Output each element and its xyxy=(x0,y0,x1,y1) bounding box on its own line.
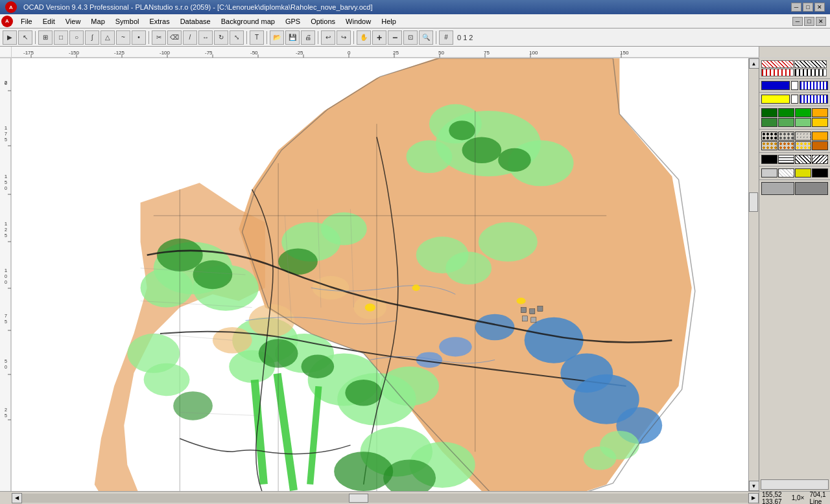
vertical-scrollbar[interactable]: ▲ ▼ xyxy=(748,58,759,491)
tool-zoom-in[interactable]: + xyxy=(372,30,386,45)
scroll-down-button[interactable]: ▼ xyxy=(749,481,759,491)
map-svg xyxy=(12,58,748,491)
tool-split[interactable]: / xyxy=(183,30,197,45)
inner-restore-button[interactable]: □ xyxy=(804,17,814,26)
color-white-2[interactable] xyxy=(791,95,799,104)
horizontal-scrollbar[interactable]: ◀ ▶ xyxy=(12,492,759,504)
vertical-scroll-track[interactable] xyxy=(749,69,759,481)
color-black-1[interactable] xyxy=(761,155,777,164)
color-lime[interactable] xyxy=(795,168,811,178)
color-orange-2[interactable] xyxy=(812,132,828,141)
menu-gps[interactable]: GPS xyxy=(280,16,305,27)
color-green-4[interactable] xyxy=(778,118,794,127)
color-yellow-2[interactable] xyxy=(812,118,828,127)
right-panel-scrollbar[interactable] xyxy=(761,479,829,490)
color-orange-1[interactable] xyxy=(812,108,828,117)
color-blue[interactable] xyxy=(761,81,790,90)
tool-open[interactable]: 📂 xyxy=(270,30,284,45)
tool-select[interactable]: ▶ xyxy=(3,30,17,45)
pattern-swatch-4[interactable] xyxy=(794,69,827,76)
menu-options[interactable]: Options xyxy=(305,16,340,27)
svg-text:5: 5 xyxy=(5,359,7,363)
tool-poly[interactable]: △ xyxy=(101,30,115,45)
menu-help[interactable]: Help xyxy=(376,16,401,27)
color-green-2[interactable] xyxy=(795,108,811,117)
inner-close-button[interactable]: ✕ xyxy=(816,17,826,26)
color-green-1[interactable] xyxy=(778,108,794,117)
color-gray-1[interactable] xyxy=(761,182,794,195)
map-canvas-area[interactable] xyxy=(12,58,748,491)
pattern-dots-4[interactable] xyxy=(761,141,777,150)
svg-text:0: 0 xyxy=(5,365,7,369)
tool-grid[interactable]: # xyxy=(439,30,453,45)
menu-window[interactable]: Window xyxy=(340,16,376,27)
restore-button[interactable]: □ xyxy=(803,3,813,12)
pattern-black-1[interactable] xyxy=(778,155,794,164)
tool-scale[interactable]: ⤡ xyxy=(230,30,244,45)
tool-cut[interactable]: ✂ xyxy=(152,30,166,45)
vertical-scroll-thumb[interactable] xyxy=(749,192,758,212)
close-button[interactable]: ✕ xyxy=(814,3,825,12)
pattern-dots-3[interactable] xyxy=(795,132,811,141)
tool-point[interactable]: • xyxy=(132,30,146,45)
svg-point-106 xyxy=(412,284,420,291)
menu-extras[interactable]: Extras xyxy=(144,16,174,27)
tool-redo[interactable]: ↪ xyxy=(337,30,351,45)
tool-zoom-fit[interactable]: ⊡ xyxy=(403,30,418,45)
tool-pan[interactable]: ✋ xyxy=(357,30,371,45)
scroll-up-button[interactable]: ▲ xyxy=(749,58,759,69)
color-yellow[interactable] xyxy=(761,95,790,104)
menu-edit[interactable]: Edit xyxy=(38,16,60,27)
color-brown[interactable] xyxy=(812,141,828,150)
scroll-right-button[interactable]: ▶ xyxy=(748,493,759,503)
color-light-gray[interactable] xyxy=(761,168,777,178)
color-gray-2[interactable] xyxy=(795,182,828,195)
inner-minimize-button[interactable]: ─ xyxy=(792,17,803,26)
tool-zoom-rect[interactable]: ⊞ xyxy=(38,30,53,45)
color-black-2[interactable] xyxy=(812,168,828,178)
pattern-black-3[interactable] xyxy=(812,155,828,164)
tool-rect[interactable]: □ xyxy=(54,30,68,45)
tool-bezier[interactable]: ∫ xyxy=(85,30,99,45)
tool-zoom-window[interactable]: 🔍 xyxy=(419,30,433,45)
pattern-dots-5[interactable] xyxy=(778,141,794,150)
pattern-swatch-3[interactable] xyxy=(761,69,794,76)
color-white-1[interactable] xyxy=(791,81,799,90)
pattern-dots-1[interactable] xyxy=(761,132,777,141)
color-green-5[interactable] xyxy=(795,118,811,127)
tool-text[interactable]: T xyxy=(250,30,264,45)
color-dark-green[interactable] xyxy=(761,108,777,117)
pattern-dots-2[interactable] xyxy=(778,132,794,141)
pattern-blue-2[interactable] xyxy=(800,95,828,104)
tool-freehand[interactable]: ~ xyxy=(116,30,130,45)
menu-view[interactable]: View xyxy=(60,16,86,27)
menu-database[interactable]: Database xyxy=(175,16,216,27)
horizontal-scroll-thumb[interactable] xyxy=(349,494,368,503)
pattern-dots-6[interactable] xyxy=(795,141,811,150)
pattern-blue[interactable] xyxy=(800,81,828,90)
tool-move[interactable]: ↔ xyxy=(198,30,213,45)
menu-file[interactable]: File xyxy=(16,16,38,27)
tool-rotate[interactable]: ↻ xyxy=(214,30,228,45)
menu-map[interactable]: Map xyxy=(86,16,110,27)
tool-save[interactable]: 💾 xyxy=(285,30,300,45)
tool-zoom-out[interactable]: − xyxy=(388,30,402,45)
tool-undo[interactable]: ↩ xyxy=(321,30,335,45)
pattern-swatch-2[interactable] xyxy=(794,60,827,68)
horizontal-scroll-track[interactable] xyxy=(22,494,748,503)
color-green-3[interactable] xyxy=(761,118,777,127)
pattern-gray[interactable] xyxy=(778,168,794,178)
scroll-left-button[interactable]: ◀ xyxy=(12,493,22,503)
menu-symbol[interactable]: Symbol xyxy=(110,16,145,27)
svg-point-65 xyxy=(449,120,475,140)
tool-ellipse[interactable]: ○ xyxy=(69,30,84,45)
tool-node[interactable]: ↖ xyxy=(18,30,32,45)
tool-print[interactable]: 🖨 xyxy=(301,30,315,45)
menu-logo: A xyxy=(1,16,13,27)
menu-background-map[interactable]: Background map xyxy=(216,16,280,27)
pattern-swatch-1[interactable] xyxy=(761,60,794,68)
pattern-section-3 xyxy=(759,153,830,166)
tool-erase[interactable]: ⌫ xyxy=(167,30,182,45)
pattern-black-2[interactable] xyxy=(795,155,811,164)
minimize-button[interactable]: ─ xyxy=(791,3,801,12)
